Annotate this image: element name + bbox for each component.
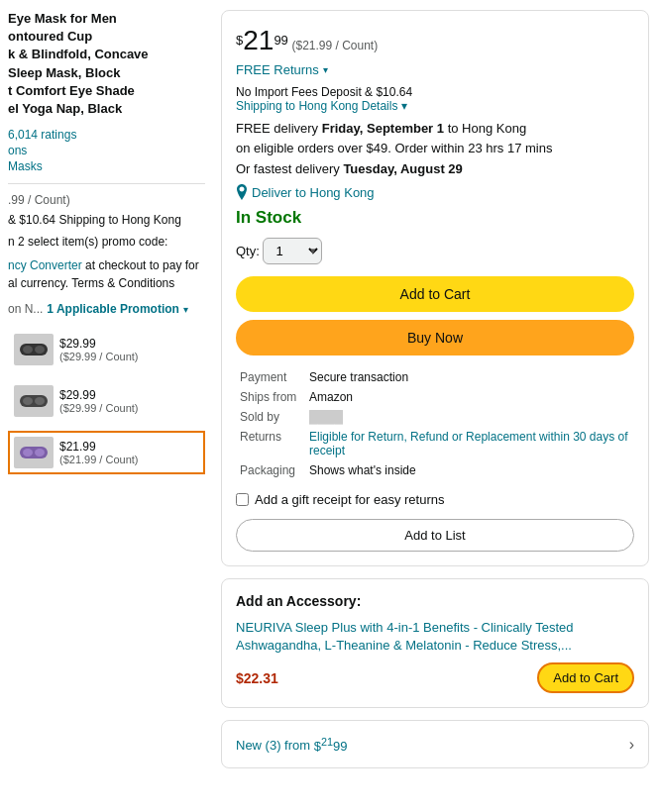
currency-note: ncy Converter at checkout to pay for al …: [8, 256, 205, 292]
on-label: on N...: [8, 302, 43, 316]
promotion-row: on N... 1 Applicable Promotion ▾: [8, 302, 205, 316]
divider-1: [8, 183, 205, 184]
price-whole: 21: [243, 25, 274, 55]
free-returns[interactable]: FREE Returns ▾: [236, 62, 634, 77]
left-panel: Eye Mask for Men ontoured Cup k & Blindf…: [0, 0, 213, 812]
price-frac: 99: [274, 33, 287, 48]
add-to-cart-button[interactable]: Add to Cart: [236, 276, 634, 312]
mask-icon-2: [18, 389, 50, 413]
category-link[interactable]: Masks: [8, 159, 205, 173]
accessory-row: $22.31 Add to Cart: [236, 662, 634, 693]
thumbnail-price-1: $29.99 ($29.99 / Count): [59, 337, 139, 362]
returns-value: Eligible for Return, Refund or Replaceme…: [305, 427, 634, 460]
thumbnail-image-3: [14, 437, 54, 468]
currency-converter-link[interactable]: ncy Converter: [8, 258, 82, 272]
add-to-list-button[interactable]: Add to List: [236, 519, 634, 552]
packaging-label: Packaging: [236, 460, 305, 480]
new-from-text: New (3) from $2199: [236, 735, 348, 753]
thumbnail-item-3[interactable]: $21.99 ($21.99 / Count): [8, 431, 205, 474]
packaging-value: Shows what's inside: [305, 460, 634, 480]
price-section: .99 / Count): [8, 192, 205, 207]
applicable-promotion-link[interactable]: 1 Applicable Promotion: [47, 302, 179, 316]
qty-select[interactable]: 1 2 3 4 5: [263, 238, 322, 264]
product-title: Eye Mask for Men ontoured Cup k & Blindf…: [8, 10, 205, 118]
qty-label: Qty:: [236, 244, 260, 258]
svg-point-1: [23, 346, 33, 354]
shipping-chevron-icon: ▾: [401, 99, 407, 113]
location-icon: [236, 184, 248, 200]
sold-row: Sold by ████: [236, 407, 634, 427]
buy-now-button[interactable]: Buy Now: [236, 320, 634, 355]
ships-label: Ships from: [236, 387, 305, 407]
free-returns-text: FREE Returns: [236, 62, 319, 77]
shipping-details-link[interactable]: Shipping to Hong Kong Details ▾: [236, 99, 407, 113]
questions-link[interactable]: ons: [8, 144, 205, 157]
ships-value: Amazon: [305, 387, 634, 407]
thumbnail-price-3: $21.99 ($21.99 / Count): [59, 440, 139, 465]
new-from-chevron-icon: ›: [629, 736, 634, 754]
mask-icon-3: [18, 441, 50, 464]
thumbnail-image-2: [14, 385, 54, 417]
gift-receipt-label: Add a gift receipt for easy returns: [255, 492, 444, 507]
returns-label: Returns: [236, 427, 305, 460]
main-price: $2199 ($21.99 / Count): [236, 25, 634, 56]
promo-code-section: n 2 select item(s) promo code:: [8, 233, 205, 251]
new-from-box[interactable]: New (3) from $2199 ›: [221, 720, 649, 767]
delivery-info: FREE delivery Friday, September 1 to Hon…: [236, 119, 634, 157]
right-panel: $2199 ($21.99 / Count) FREE Returns ▾ No…: [213, 0, 659, 812]
free-returns-chevron-icon: ▾: [323, 64, 328, 75]
accessory-add-to-cart-button[interactable]: Add to Cart: [537, 662, 634, 693]
ships-row: Ships from Amazon: [236, 387, 634, 407]
price-label: .99 / Count): [8, 193, 70, 207]
details-table: Payment Secure transaction Ships from Am…: [236, 367, 634, 480]
import-fees: No Import Fees Deposit & $10.64 Shipping…: [236, 85, 634, 113]
returns-row: Returns Eligible for Return, Refund or R…: [236, 427, 634, 460]
accessory-box: Add an Accessory: NEURIVA Sleep Plus wit…: [221, 578, 649, 708]
fastest-date: Tuesday, August 29: [343, 161, 462, 176]
delivery-date: Friday, September 1: [322, 121, 444, 136]
packaging-row: Packaging Shows what's inside: [236, 460, 634, 480]
buy-box: $2199 ($21.99 / Count) FREE Returns ▾ No…: [221, 10, 649, 566]
sold-label: Sold by: [236, 407, 305, 427]
svg-point-5: [35, 397, 45, 405]
payment-row: Payment Secure transaction: [236, 367, 634, 387]
svg-point-2: [35, 346, 45, 354]
page-container: Eye Mask for Men ontoured Cup k & Blindf…: [0, 0, 659, 812]
accessory-price: $22.31: [236, 670, 278, 686]
thumbnail-item-1[interactable]: $29.99 ($29.99 / Count): [8, 328, 205, 371]
accessory-title: Add an Accessory:: [236, 593, 634, 609]
product-thumbnails: $29.99 ($29.99 / Count) $29.99 ($29.99 /…: [8, 328, 205, 474]
promo-chevron-icon: ▾: [183, 304, 188, 315]
mask-icon-1: [18, 338, 50, 361]
payment-label: Payment: [236, 367, 305, 387]
thumbnail-image-1: [14, 334, 54, 365]
shipping-note: & $10.64 Shipping to Hong Kong: [8, 213, 205, 227]
qty-row: Qty: 1 2 3 4 5: [236, 238, 634, 264]
ratings-link[interactable]: 6,014 ratings: [8, 128, 205, 142]
svg-point-7: [23, 449, 33, 457]
fastest-delivery: Or fastest delivery Tuesday, August 29: [236, 161, 634, 176]
qty-wrapper[interactable]: 1 2 3 4 5: [263, 238, 322, 264]
svg-point-4: [23, 397, 33, 405]
payment-value: Secure transaction: [305, 367, 634, 387]
new-from-price: $2199: [314, 739, 348, 754]
deliver-to-text: Deliver to Hong Kong: [252, 185, 375, 200]
thumbnail-price-2: $29.99 ($29.99 / Count): [59, 388, 139, 414]
in-stock-label: In Stock: [236, 208, 634, 228]
returns-link[interactable]: Eligible for Return, Refund or Replaceme…: [309, 430, 628, 457]
deliver-to[interactable]: Deliver to Hong Kong: [236, 184, 634, 200]
thumbnail-item-2[interactable]: $29.99 ($29.99 / Count): [8, 379, 205, 423]
gift-receipt-checkbox[interactable]: [236, 493, 249, 506]
accessory-product-link[interactable]: NEURIVA Sleep Plus with 4-in-1 Benefits …: [236, 619, 634, 655]
gift-receipt-row: Add a gift receipt for easy returns: [236, 492, 634, 507]
svg-point-8: [35, 449, 45, 457]
price-per: ($21.99 / Count): [291, 39, 378, 52]
sold-value: ████: [305, 407, 634, 427]
